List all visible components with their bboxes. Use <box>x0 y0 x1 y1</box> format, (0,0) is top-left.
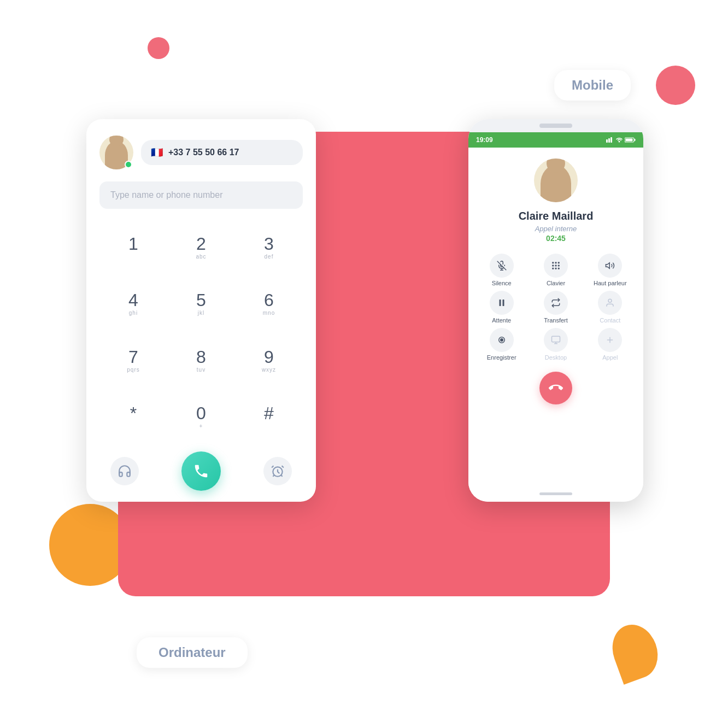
svg-rect-13 <box>558 262 560 263</box>
call-controls-row3: Enregistrer Desktop <box>477 328 635 361</box>
call-controls-row2: Attente Transfert <box>477 291 635 324</box>
phone-notch-bar <box>468 119 643 132</box>
hold-button[interactable]: Attente <box>477 291 526 324</box>
silence-button[interactable]: Silence <box>477 254 526 286</box>
caller-avatar <box>534 158 578 202</box>
call-controls-row1: Silence <box>477 254 635 286</box>
add-call-icon <box>598 328 622 352</box>
speaker-icon <box>598 254 622 278</box>
avatar-container <box>99 136 133 169</box>
blob-pink-top <box>148 37 169 59</box>
svg-rect-18 <box>555 268 556 269</box>
record-icon <box>490 328 514 352</box>
headset-button[interactable] <box>110 457 139 485</box>
dial-key-8[interactable]: 8 tuv <box>167 333 235 390</box>
mic-slash-icon <box>490 254 514 278</box>
transfer-button[interactable]: Transfert <box>531 291 580 324</box>
svg-rect-21 <box>499 300 501 306</box>
dial-key-hash[interactable]: # <box>235 390 303 447</box>
caller-type: Appel interne <box>535 225 577 233</box>
grid-icon <box>544 254 568 278</box>
dial-key-star[interactable]: * <box>99 390 167 447</box>
dial-key-4[interactable]: 4 ghi <box>99 277 167 333</box>
status-time: 19:09 <box>476 136 493 144</box>
svg-marker-20 <box>606 263 610 269</box>
keypad-label: Clavier <box>547 280 565 286</box>
svg-rect-2 <box>608 138 610 143</box>
svg-rect-22 <box>502 300 504 306</box>
record-label: Enregistrer <box>487 354 516 361</box>
dialpad-widget: 🇫🇷 +33 7 55 50 66 17 Type name or phone … <box>86 119 316 502</box>
add-call-label: Appel <box>602 354 618 361</box>
search-input-container[interactable]: Type name or phone number <box>99 181 303 209</box>
dial-key-1[interactable]: 1 <box>99 220 167 277</box>
svg-point-4 <box>619 141 620 143</box>
record-button[interactable]: Enregistrer <box>477 328 526 361</box>
status-icons <box>606 137 636 143</box>
svg-rect-6 <box>635 139 636 141</box>
call-button[interactable] <box>181 451 221 491</box>
speaker-label: Haut parleur <box>594 280 627 286</box>
desktop-button[interactable]: Desktop <box>531 328 580 361</box>
dialpad-actions <box>99 446 303 491</box>
keypad-button[interactable]: Clavier <box>531 254 580 286</box>
phone-mockup: 19:09 <box>468 119 643 502</box>
dial-key-3[interactable]: 3 def <box>235 220 303 277</box>
svg-rect-11 <box>552 262 554 263</box>
dial-key-7[interactable]: 7 pqrs <box>99 333 167 390</box>
alarm-button[interactable] <box>263 457 292 485</box>
silence-label: Silence <box>492 280 512 286</box>
badge-mobile: Mobile <box>554 70 631 101</box>
dial-key-0[interactable]: 0 + <box>167 390 235 447</box>
blob-orange-bottom <box>605 618 665 684</box>
hold-label: Attente <box>492 317 511 324</box>
add-call-button[interactable]: Appel <box>586 328 635 361</box>
desktop-icon <box>544 328 568 352</box>
online-indicator <box>125 161 132 168</box>
svg-rect-1 <box>606 139 608 143</box>
contact-label: Contact <box>600 317 620 324</box>
country-flag: 🇫🇷 <box>151 146 163 158</box>
speaker-button[interactable]: Haut parleur <box>586 254 635 286</box>
call-timer: 02:45 <box>546 234 566 243</box>
transfer-icon <box>544 291 568 315</box>
svg-rect-19 <box>558 268 560 269</box>
svg-rect-7 <box>626 139 633 142</box>
blob-pink-right <box>656 66 695 105</box>
svg-rect-16 <box>558 265 560 267</box>
transfer-label: Transfert <box>544 317 568 324</box>
desktop-label: Desktop <box>545 354 567 361</box>
badge-ordinateur: Ordinateur <box>137 637 248 668</box>
caller-silhouette <box>541 165 571 202</box>
svg-rect-17 <box>552 268 554 269</box>
end-call-button[interactable] <box>539 372 572 404</box>
pause-icon <box>490 291 514 315</box>
notch-pill <box>539 124 572 128</box>
dial-key-2[interactable]: 2 abc <box>167 220 235 277</box>
home-indicator <box>468 485 643 502</box>
home-pill <box>539 492 572 495</box>
dial-key-9[interactable]: 9 wxyz <box>235 333 303 390</box>
svg-rect-15 <box>555 265 556 267</box>
svg-rect-3 <box>610 137 612 143</box>
dialpad-grid: 1 2 abc 3 def 4 ghi 5 jkl 6 mno <box>99 220 303 446</box>
contact-icon <box>598 291 622 315</box>
search-placeholder: Type name or phone number <box>110 190 222 199</box>
svg-rect-12 <box>555 262 556 263</box>
svg-rect-14 <box>552 265 554 267</box>
status-bar: 19:09 <box>468 132 643 148</box>
svg-rect-26 <box>551 336 560 342</box>
caller-name: Claire Maillard <box>519 210 594 222</box>
svg-point-25 <box>500 339 503 342</box>
dialpad-header: 🇫🇷 +33 7 55 50 66 17 <box>99 136 303 169</box>
phone-number-text: +33 7 55 50 66 17 <box>168 148 239 157</box>
scene: Mobile Ordinateur 🇫🇷 +33 7 55 50 66 17 T… <box>0 0 728 728</box>
dial-key-5[interactable]: 5 jkl <box>167 277 235 333</box>
svg-point-23 <box>608 299 612 302</box>
contact-button[interactable]: Contact <box>586 291 635 324</box>
phone-number-display: 🇫🇷 +33 7 55 50 66 17 <box>141 140 303 165</box>
call-screen: Claire Maillard Appel interne 02:45 <box>468 148 643 485</box>
dial-key-6[interactable]: 6 mno <box>235 277 303 333</box>
